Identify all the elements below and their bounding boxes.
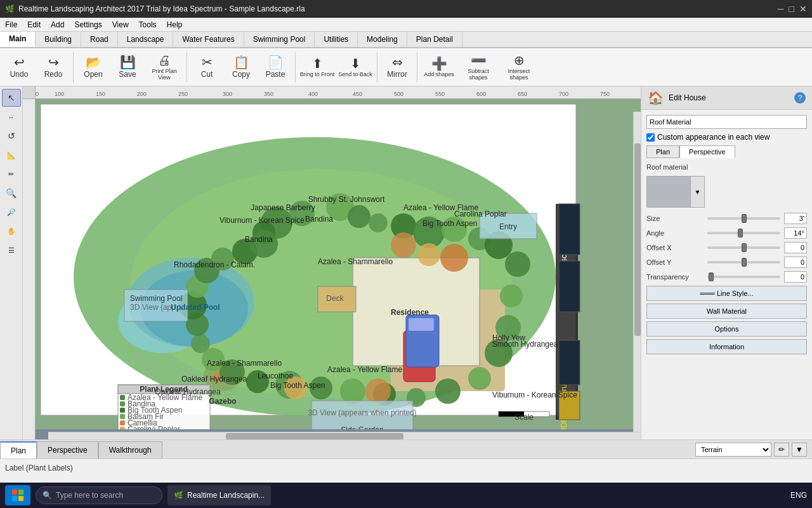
offset-x-slider[interactable] bbox=[707, 246, 780, 249]
panel-tabs: Plan Perspective bbox=[646, 145, 807, 158]
canvas-area[interactable]: 0 100 150 200 250 300 350 400 450 500 55… bbox=[23, 86, 641, 439]
measure-tool[interactable]: 📐 bbox=[2, 146, 21, 164]
custom-appearance-checkbox[interactable] bbox=[646, 133, 655, 142]
zoom-in-tool[interactable]: 🔍 bbox=[2, 184, 21, 202]
copy-button[interactable]: 📋 Copy bbox=[225, 50, 258, 84]
offset-y-label: Offset Y bbox=[646, 258, 704, 266]
wall-material-button[interactable]: Wall Material bbox=[646, 304, 807, 319]
redo-button[interactable]: ↪ Redo bbox=[37, 50, 70, 84]
tab-plan[interactable]: Plan bbox=[646, 145, 679, 158]
select-tool[interactable]: ↖ bbox=[2, 89, 21, 107]
titlebar: 🌿 Realtime Landscaping Architect 2017 Tr… bbox=[0, 0, 812, 18]
zoom-out-tool[interactable]: 🔎 bbox=[2, 203, 21, 221]
size-slider[interactable] bbox=[707, 217, 780, 220]
taskbar-app-landscaping[interactable]: 🌿 Realtime Landscapin... bbox=[167, 485, 271, 505]
separator-5 bbox=[417, 52, 417, 83]
svg-rect-65 bbox=[409, 318, 434, 331]
bottom-tab-perspective[interactable]: Perspective bbox=[37, 441, 98, 458]
start-button[interactable] bbox=[5, 485, 30, 505]
menu-tools[interactable]: Tools bbox=[134, 19, 162, 30]
save-button[interactable]: 💾 Save bbox=[111, 50, 144, 84]
intersect-shapes-button[interactable]: ⊕ Intersect shapes bbox=[499, 50, 539, 84]
terrain-select[interactable]: Terrain Region 1 Region 2 bbox=[695, 443, 771, 457]
options-button[interactable]: Options bbox=[646, 321, 807, 337]
tab-swimming-pool[interactable]: Swimming Pool bbox=[244, 32, 315, 47]
transparency-slider[interactable] bbox=[707, 276, 780, 278]
vertical-scroll-thumb[interactable] bbox=[634, 144, 641, 335]
tab-modeling[interactable]: Modeling bbox=[358, 32, 407, 47]
offset-x-value[interactable] bbox=[784, 242, 807, 253]
send-to-back-icon: ⬇ bbox=[350, 57, 361, 70]
horizontal-scrollbar[interactable] bbox=[48, 432, 641, 439]
minimize-button[interactable]: ─ bbox=[778, 4, 784, 14]
vertical-scrollbar[interactable] bbox=[633, 112, 641, 432]
more-tools[interactable]: ☰ bbox=[2, 241, 21, 259]
undo-icon: ↩ bbox=[14, 56, 25, 69]
taskbar-search[interactable]: 🔍 Type here to search bbox=[36, 486, 162, 504]
svg-point-49 bbox=[365, 378, 391, 404]
intersect-shapes-label: Intersect shapes bbox=[500, 68, 538, 81]
transparency-value[interactable] bbox=[784, 271, 807, 283]
svg-text:Swimming Pool: Swimming Pool bbox=[130, 294, 183, 303]
tab-building[interactable]: Building bbox=[36, 32, 81, 47]
rotate-tool[interactable]: ↺ bbox=[2, 127, 21, 145]
subtract-shapes-button[interactable]: ➖ Subtract shapes bbox=[459, 50, 498, 84]
send-to-back-button[interactable]: ⬇ Send to Back bbox=[337, 50, 374, 84]
angle-slider[interactable] bbox=[707, 232, 780, 234]
window-controls[interactable]: ─ □ ✕ bbox=[778, 4, 807, 14]
information-button[interactable]: Information bbox=[646, 339, 807, 354]
add-shapes-button[interactable]: ➕ Add shapes bbox=[421, 50, 457, 84]
svg-rect-71 bbox=[120, 401, 125, 406]
bottom-tab-walkthrough[interactable]: Walkthrough bbox=[98, 441, 162, 458]
paste-button[interactable]: 📄 Paste bbox=[259, 50, 292, 84]
size-value[interactable] bbox=[784, 213, 807, 224]
right-panel-content: Custom appearance in each view Plan Pers… bbox=[641, 110, 812, 439]
mirror-button[interactable]: ⇔ Mirror bbox=[381, 50, 414, 84]
terrain-edit-button[interactable]: ✏ bbox=[774, 443, 789, 457]
offset-y-value[interactable] bbox=[784, 257, 807, 268]
close-button[interactable]: ✕ bbox=[799, 4, 807, 14]
svg-point-17 bbox=[369, 213, 388, 232]
cut-button[interactable]: ✂ Cut bbox=[190, 50, 223, 84]
open-button[interactable]: 📂 Open bbox=[77, 50, 110, 84]
tab-road[interactable]: Road bbox=[81, 32, 118, 47]
terrain-dropdown-button[interactable]: ▼ bbox=[792, 443, 807, 457]
taskbar-lang: ENG bbox=[790, 491, 807, 500]
offset-y-slider[interactable] bbox=[707, 261, 780, 264]
line-style-button[interactable]: ═══ Line Style... bbox=[646, 286, 807, 301]
angle-value[interactable] bbox=[784, 227, 807, 239]
windows-taskbar: 🔍 Type here to search 🌿 Realtime Landsca… bbox=[0, 483, 812, 508]
roof-material-dropdown-button[interactable]: ▼ bbox=[691, 176, 705, 208]
maximize-button[interactable]: □ bbox=[789, 4, 794, 14]
svg-rect-144 bbox=[18, 496, 23, 501]
bottom-tab-plan[interactable]: Plan bbox=[0, 441, 37, 458]
undo-button[interactable]: ↩ Undo bbox=[3, 50, 36, 84]
landscape-canvas[interactable]: Entry Swimming Pool 3D View (app... Upda… bbox=[36, 99, 641, 439]
roof-material-field-label: Roof material bbox=[646, 163, 807, 171]
svg-text:Viburnum - Korean Spice: Viburnum - Korean Spice bbox=[219, 216, 304, 225]
menu-settings[interactable]: Settings bbox=[69, 19, 107, 30]
horizontal-scroll-thumb[interactable] bbox=[226, 433, 403, 439]
tab-plan-detail[interactable]: Plan Detail bbox=[407, 32, 462, 47]
tab-perspective[interactable]: Perspective bbox=[679, 145, 735, 158]
tab-water-features[interactable]: Water Features bbox=[173, 32, 244, 47]
menu-view[interactable]: View bbox=[107, 19, 134, 30]
menubar: File Edit Add Settings View Tools Help bbox=[0, 18, 812, 32]
print-button[interactable]: 🖨 Print Plan View bbox=[145, 50, 183, 84]
tab-utilities[interactable]: Utilities bbox=[315, 32, 358, 47]
hand-tool[interactable]: ✋ bbox=[2, 222, 21, 240]
menu-file[interactable]: File bbox=[0, 19, 22, 30]
pencil-tool[interactable]: ✏ bbox=[2, 165, 21, 183]
svg-rect-79 bbox=[120, 427, 125, 429]
tab-main[interactable]: Main bbox=[0, 32, 36, 47]
tab-landscape[interactable]: Landscape bbox=[118, 32, 174, 47]
menu-add[interactable]: Add bbox=[46, 19, 69, 30]
menu-help[interactable]: Help bbox=[162, 19, 188, 30]
roof-material-input[interactable] bbox=[646, 115, 807, 129]
menu-edit[interactable]: Edit bbox=[22, 19, 46, 30]
subtract-shapes-icon: ➖ bbox=[471, 54, 487, 67]
save-icon: 💾 bbox=[120, 56, 136, 69]
help-button[interactable]: ? bbox=[794, 92, 806, 104]
pan-tool[interactable]: ↔ bbox=[2, 108, 21, 126]
bring-to-front-button[interactable]: ⬆ Bring to Front bbox=[299, 50, 336, 84]
